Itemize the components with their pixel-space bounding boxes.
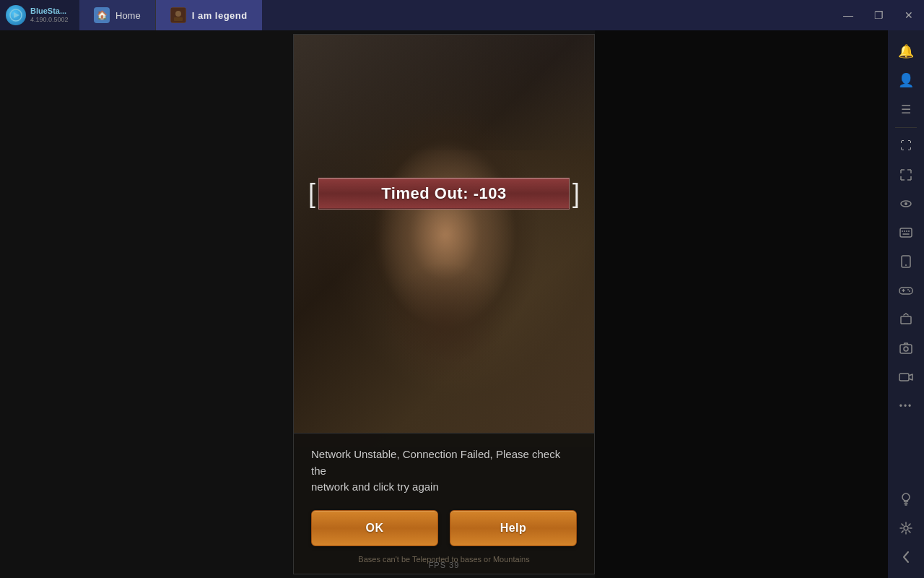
dialog-message: Network Unstable, Connection Failed, Ple… xyxy=(311,447,577,496)
close-button[interactable]: ✕ xyxy=(894,0,924,30)
right-background xyxy=(595,30,888,578)
phone-icon xyxy=(901,255,911,268)
ok-button[interactable]: OK xyxy=(311,510,438,546)
menu-button[interactable]: ☰ xyxy=(892,95,920,123)
svg-rect-20 xyxy=(901,316,911,324)
svg-rect-7 xyxy=(900,228,912,237)
svg-marker-1 xyxy=(14,12,19,18)
bulb-icon xyxy=(900,492,912,506)
titlebar-controls: — ❐ ✕ xyxy=(833,0,924,30)
settings-button[interactable] xyxy=(892,514,920,542)
fullscreen-button[interactable]: ⛶ xyxy=(892,132,920,160)
soldier-portrait xyxy=(294,35,594,447)
account-button[interactable]: 👤 xyxy=(892,66,920,94)
hamburger-icon: ☰ xyxy=(901,103,911,116)
game-window[interactable]: [ Timed Out: -103 ] Network Unstable, Co… xyxy=(293,34,595,574)
keyboard-icon xyxy=(899,228,912,238)
timed-out-text: Timed Out: -103 xyxy=(381,184,506,203)
error-banner-bg: Timed Out: -103 xyxy=(318,178,570,210)
more-button[interactable]: ••• xyxy=(892,392,920,420)
titlebar: BlueSta... 4.190.0.5002 🏠 Home I am lege… xyxy=(0,0,924,30)
dialog-buttons: OK Help xyxy=(311,510,577,546)
record-button[interactable] xyxy=(892,363,920,391)
bracket-left: [ xyxy=(308,181,315,207)
video-icon xyxy=(899,372,913,382)
expand-icon xyxy=(899,168,912,181)
svg-rect-21 xyxy=(900,345,912,353)
eye-icon xyxy=(899,197,912,210)
maximize-button[interactable]: ❐ xyxy=(863,0,894,30)
svg-rect-23 xyxy=(899,374,909,381)
eco-button[interactable] xyxy=(892,486,920,513)
timed-out-banner: [ Timed Out: -103 ] xyxy=(308,172,580,215)
phone-button[interactable] xyxy=(892,248,920,275)
keyboard-button[interactable] xyxy=(892,219,920,246)
settings-icon xyxy=(899,522,912,535)
bell-icon: 🔔 xyxy=(898,43,914,59)
right-sidebar: 🔔 👤 ☰ ⛶ xyxy=(888,30,924,578)
expand-button[interactable] xyxy=(892,161,920,189)
gamepad-button[interactable] xyxy=(892,277,920,304)
svg-point-6 xyxy=(905,202,907,205)
sidebar-divider-1 xyxy=(895,127,917,128)
bluestack-logo-icon xyxy=(6,5,26,25)
svg-point-27 xyxy=(904,526,908,530)
game-background: [ Timed Out: -103 ] Network Unstable, Co… xyxy=(294,35,594,574)
svg-point-19 xyxy=(909,290,910,292)
dots-icon: ••• xyxy=(899,402,913,410)
macro-icon xyxy=(899,313,912,326)
bluestack-text: BlueSta... 4.190.0.5002 xyxy=(30,7,69,24)
tab-home[interactable]: 🏠 Home xyxy=(79,0,156,30)
game-tab-icon xyxy=(170,7,186,23)
macro-button[interactable] xyxy=(892,306,920,333)
bluestack-logo[interactable]: BlueSta... 4.190.0.5002 xyxy=(0,0,79,30)
help-button[interactable]: Help xyxy=(450,510,577,546)
dialog-area: Network Unstable, Connection Failed, Ple… xyxy=(294,433,594,574)
beard-shadow xyxy=(330,251,558,396)
fullscreen-icon: ⛶ xyxy=(900,139,912,152)
account-icon: 👤 xyxy=(898,72,914,88)
view-button[interactable] xyxy=(892,190,920,217)
bottom-hint-text: Bases can't be Teleported to bases or Mo… xyxy=(358,555,529,564)
camera-icon xyxy=(899,342,912,354)
notification-button[interactable]: 🔔 xyxy=(892,38,920,65)
tab-game-iam-legend[interactable]: I am legend xyxy=(156,0,262,30)
svg-rect-4 xyxy=(174,17,183,21)
back-chevron-icon xyxy=(902,551,910,564)
screenshot-button[interactable] xyxy=(892,335,920,362)
svg-point-3 xyxy=(175,11,181,17)
home-icon: 🏠 xyxy=(94,7,110,23)
back-button[interactable] xyxy=(892,543,920,571)
gamepad-icon xyxy=(899,285,913,296)
svg-point-14 xyxy=(905,264,907,266)
minimize-button[interactable]: — xyxy=(833,0,863,30)
svg-point-22 xyxy=(904,347,908,351)
svg-point-18 xyxy=(907,289,909,290)
svg-point-24 xyxy=(902,493,910,501)
svg-rect-15 xyxy=(899,288,912,294)
bracket-right: ] xyxy=(572,181,580,207)
